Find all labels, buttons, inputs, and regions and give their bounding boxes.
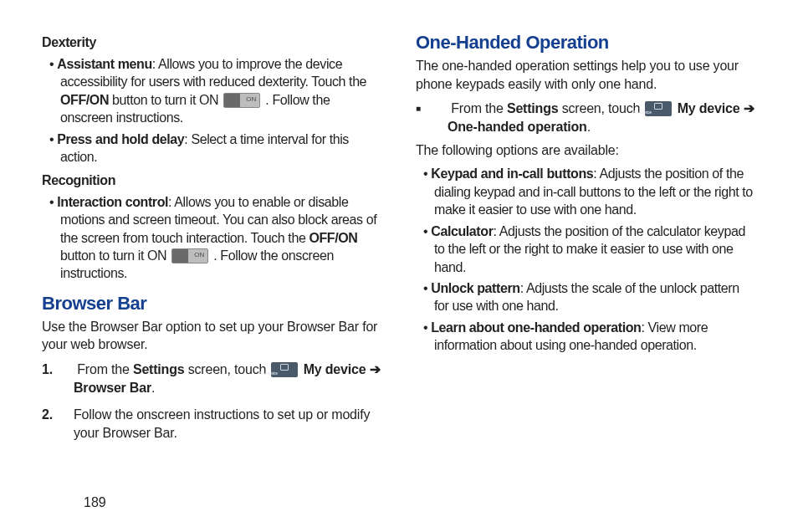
opt-learn-title: Learn about one-handed operation <box>431 320 641 335</box>
onehand-opt-keypad: Keypad and in-call buttons: Adjusts the … <box>416 165 756 218</box>
left-column: Dexterity Assistant menu: Allows you to … <box>42 32 382 451</box>
sq-followup: The following options are available: <box>448 141 756 160</box>
onehand-opt-calculator: Calculator: Adjusts the position of the … <box>416 223 756 276</box>
step1-a: From the <box>77 362 133 376</box>
sq-onehand: One-handed operation <box>448 120 587 134</box>
interaction-title: Interaction control <box>57 195 168 209</box>
sq-arrow: ➔ <box>739 101 754 115</box>
toggle-on-icon <box>223 93 260 108</box>
browser-bar-heading: Browser Bar <box>42 293 382 315</box>
onehand-opt-unlock: Unlock pattern: Adjusts the scale of the… <box>416 279 756 315</box>
presshold-title: Press and hold delay <box>57 132 184 146</box>
assistant-title: Assistant menu <box>57 57 152 71</box>
dexterity-list: Assistant menu: Allows you to improve th… <box>42 55 382 166</box>
right-column: One-Handed Operation The one-handed oper… <box>416 32 756 451</box>
assistant-offon: OFF/ON <box>60 93 109 107</box>
onehand-nav-item: From the Settings screen, touch My devic… <box>416 100 756 160</box>
browser-bar-intro: Use the Browser Bar option to set up you… <box>42 318 382 354</box>
interaction-text-b: button to turn it ON <box>60 248 170 263</box>
dexterity-bullet-assistant: Assistant menu: Allows you to improve th… <box>42 55 382 127</box>
sq-settings: Settings <box>507 101 559 115</box>
browser-step-2: Follow the onscreen instructions to set … <box>42 406 382 442</box>
sq-b: screen, touch <box>558 101 643 115</box>
step1-arrow: ➔ <box>366 362 380 376</box>
page-number: 189 <box>84 495 106 510</box>
step1-b: screen, touch <box>184 362 269 376</box>
page-columns: Dexterity Assistant menu: Allows you to … <box>42 32 756 451</box>
recognition-list: Interaction control: Allows you to enabl… <box>42 193 382 283</box>
browser-step-1: From the Settings screen, touch My devic… <box>42 361 382 397</box>
onehand-nav: From the Settings screen, touch My devic… <box>416 100 756 160</box>
sq-mydevice: My device <box>678 101 740 115</box>
opt-unlock-title: Unlock pattern <box>431 281 519 295</box>
step1-settings: Settings <box>133 362 185 376</box>
sq-a: From the <box>451 101 507 115</box>
recognition-bullet-interaction: Interaction control: Allows you to enabl… <box>42 193 382 283</box>
my-device-tab-icon <box>645 101 672 116</box>
toggle-on-icon <box>171 248 208 263</box>
recognition-subheading: Recognition <box>42 173 382 188</box>
opt-keypad-title: Keypad and in-call buttons <box>431 166 593 181</box>
assistant-text-b: button to turn it ON <box>109 93 222 107</box>
interaction-offon: OFF/ON <box>309 231 357 245</box>
onehand-options: Keypad and in-call buttons: Adjusts the … <box>416 165 756 354</box>
dexterity-subheading: Dexterity <box>42 35 382 50</box>
opt-calc-title: Calculator <box>431 224 493 238</box>
browser-bar-steps: From the Settings screen, touch My devic… <box>42 361 382 442</box>
step1-browserbar: Browser Bar <box>74 381 151 395</box>
dexterity-bullet-presshold: Press and hold delay: Select a time inte… <box>42 130 382 166</box>
my-device-tab-icon <box>271 362 298 377</box>
onehand-opt-learn: Learn about one-handed operation: View m… <box>416 319 756 355</box>
step1-mydevice: My device <box>304 362 366 376</box>
onehand-heading: One-Handed Operation <box>416 32 756 54</box>
onehand-intro: The one-handed operation settings help y… <box>416 57 756 93</box>
